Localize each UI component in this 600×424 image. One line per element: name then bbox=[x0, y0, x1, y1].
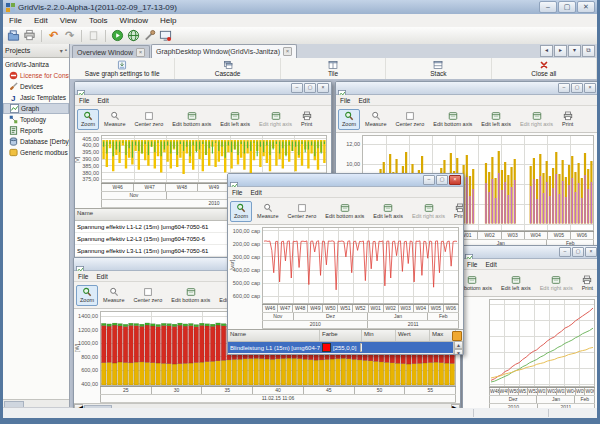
window-menu-edit[interactable]: Edit bbox=[481, 261, 500, 268]
maximize-view-button[interactable]: ⧉ bbox=[582, 45, 595, 57]
edit-bottom-axis-button[interactable]: Edit bottom axis bbox=[429, 109, 476, 130]
minimize-button[interactable]: – bbox=[291, 83, 303, 93]
sidebar-item-gridvis-janitza[interactable]: GridVis-Janitza bbox=[3, 59, 69, 70]
column-header-wert[interactable]: Wert bbox=[396, 330, 430, 341]
scroll-right-button[interactable]: ▸ bbox=[554, 45, 567, 57]
edit-bottom-axis-button[interactable]: Edit bottom axis bbox=[321, 201, 368, 222]
minimize-button[interactable]: – bbox=[558, 83, 570, 93]
sidebar-item-jasic-templates[interactable]: JJasic Templates bbox=[3, 92, 69, 103]
tab-overview-window[interactable]: Overview Window× bbox=[72, 45, 150, 58]
scroll-left-icon[interactable]: ◂ bbox=[74, 404, 83, 408]
sidebar-item-topology[interactable]: Topology bbox=[3, 114, 69, 125]
close-button[interactable]: × bbox=[585, 247, 597, 257]
maximize-button[interactable]: ▢ bbox=[304, 83, 316, 93]
tab-graphdesktop-window-gridvis-janitza[interactable]: GraphDesktop Window(GridVis-Janitza)× bbox=[151, 44, 297, 58]
window-menu-edit[interactable]: Edit bbox=[92, 273, 111, 280]
window-menu-edit[interactable]: Edit bbox=[93, 97, 112, 104]
tab-close-icon[interactable]: × bbox=[283, 47, 292, 56]
zoom-button[interactable]: Zoom bbox=[338, 109, 360, 130]
sidebar-item-reports[interactable]: Reports bbox=[3, 125, 69, 136]
window-menu-edit[interactable]: Edit bbox=[354, 97, 373, 104]
undo-icon[interactable]: ↶ bbox=[47, 29, 60, 42]
scroll-right-icon[interactable]: ▸ bbox=[451, 404, 460, 408]
measure-button[interactable]: Measure bbox=[361, 109, 390, 130]
measure-button[interactable]: Measure bbox=[100, 109, 129, 130]
menu-window[interactable]: Window bbox=[114, 15, 154, 26]
plot-canvas[interactable] bbox=[262, 227, 459, 304]
run-green-icon[interactable] bbox=[111, 29, 124, 42]
window-menu-file[interactable]: File bbox=[75, 97, 93, 104]
pin-icon[interactable]: ▾ bbox=[60, 47, 63, 54]
maximize-button[interactable]: ▢ bbox=[571, 83, 583, 93]
center-zero-button[interactable]: Center zero bbox=[391, 109, 428, 130]
sidebar-item-devices[interactable]: Devices bbox=[3, 81, 69, 92]
window-hscrollbar[interactable]: ◂▸ bbox=[74, 403, 460, 408]
internal-window-energy-lines[interactable]: –▢×FileEditZoomMeasureCenter zeroEdit bo… bbox=[462, 245, 597, 408]
table-filter-icon[interactable] bbox=[452, 331, 462, 341]
zoom-button[interactable]: Zoom bbox=[230, 201, 252, 222]
maximize-button[interactable]: ▢ bbox=[436, 175, 448, 185]
print-button[interactable]: Print bbox=[297, 109, 316, 130]
edit-left-axis-button[interactable]: Edit left axis bbox=[369, 201, 407, 222]
window-title-bar[interactable]: –▢× bbox=[336, 82, 597, 95]
edit-left-axis-button[interactable]: Edit left axis bbox=[477, 109, 515, 130]
menu-file[interactable]: File bbox=[3, 15, 28, 26]
column-header-min[interactable]: Min bbox=[362, 330, 396, 341]
close-button[interactable]: × bbox=[449, 175, 461, 185]
plot-canvas[interactable] bbox=[489, 299, 595, 387]
close-button[interactable]: × bbox=[317, 83, 329, 93]
tab-close-icon[interactable]: × bbox=[136, 48, 145, 57]
edit-left-axis-button[interactable]: Edit left axis bbox=[216, 109, 254, 130]
tools-icon[interactable] bbox=[143, 29, 156, 42]
minimize-button[interactable]: – bbox=[423, 175, 435, 185]
column-header-name[interactable]: Name bbox=[75, 209, 243, 220]
column-header-farbe[interactable]: Farbe bbox=[320, 330, 362, 341]
center-zero-button[interactable]: Center zero bbox=[283, 201, 320, 222]
center-zero-button[interactable]: Center zero bbox=[129, 285, 166, 306]
window-title-bar[interactable]: –▢× bbox=[228, 174, 463, 187]
scroll-left-button[interactable]: ◂ bbox=[540, 45, 553, 57]
internal-window-reactive-power[interactable]: –▢×FileEditZoomMeasureCenter zeroEdit bo… bbox=[227, 173, 464, 355]
zoom-button[interactable]: Zoom bbox=[77, 109, 99, 130]
edit-right-axis-button[interactable]: Edit right axis bbox=[255, 109, 296, 130]
stack-button[interactable]: Stack bbox=[386, 58, 491, 79]
close-button[interactable]: ✕ bbox=[577, 1, 595, 13]
menu-help[interactable]: Help bbox=[154, 15, 182, 26]
edit-right-axis-button[interactable]: Edit right axis bbox=[536, 273, 577, 294]
close-button[interactable]: × bbox=[584, 83, 596, 93]
window-menu-file[interactable]: File bbox=[74, 273, 92, 280]
save-graph-settings-to-file-button[interactable]: Save graph settings to file bbox=[70, 58, 175, 79]
window-menu-file[interactable]: File bbox=[336, 97, 354, 104]
scroll-down-icon[interactable]: ▼ bbox=[454, 349, 463, 354]
open-project-icon[interactable] bbox=[7, 29, 20, 42]
maximize-button[interactable]: ▢ bbox=[572, 247, 584, 257]
edit-bottom-axis-button[interactable]: Edit bottom axis bbox=[167, 285, 214, 306]
zoom-button[interactable]: Zoom bbox=[76, 285, 98, 306]
measure-button[interactable]: Measure bbox=[253, 201, 282, 222]
measure-button[interactable]: Measure bbox=[99, 285, 128, 306]
center-zero-button[interactable]: Center zero bbox=[130, 109, 167, 130]
menu-tools[interactable]: Tools bbox=[83, 15, 114, 26]
sidebar-item-generic-modbus-profiles[interactable]: Generic modbus profiles bbox=[3, 147, 69, 158]
edit-bottom-axis-button[interactable]: Edit bottom axis bbox=[168, 109, 215, 130]
tile-button[interactable]: Tile bbox=[281, 58, 386, 79]
print-button[interactable]: Print bbox=[450, 201, 463, 222]
copy-disabled-icon[interactable] bbox=[87, 29, 100, 42]
redo-icon[interactable]: ↷ bbox=[63, 29, 76, 42]
maximize-button[interactable]: ▢ bbox=[558, 1, 576, 13]
scroll-up-icon[interactable]: ▲ bbox=[454, 341, 463, 349]
minimize-button[interactable]: – bbox=[559, 247, 571, 257]
hscroll-thumb[interactable] bbox=[84, 405, 112, 408]
menu-view[interactable]: View bbox=[54, 15, 83, 26]
edit-right-axis-button[interactable]: Edit right axis bbox=[408, 201, 449, 222]
table-row[interactable]: Blindleistung L1 (15m) [umg604-7050-6194… bbox=[228, 342, 463, 354]
sidebar-item-license-for-consulting-eng[interactable]: License for Consulting Eng bbox=[3, 70, 69, 81]
window-menu-file[interactable]: File bbox=[463, 261, 481, 268]
screen-record-icon[interactable] bbox=[159, 29, 172, 42]
column-header-name[interactable]: Name bbox=[228, 330, 320, 341]
sidebar-item-database-derby[interactable]: Database [Derby] bbox=[3, 136, 69, 147]
edit-left-axis-button[interactable]: Edit left axis bbox=[497, 273, 535, 294]
sidebar-item-graph[interactable]: Graph bbox=[3, 103, 69, 114]
print-button[interactable]: Print bbox=[578, 273, 597, 294]
print-button[interactable]: Print bbox=[558, 109, 577, 130]
